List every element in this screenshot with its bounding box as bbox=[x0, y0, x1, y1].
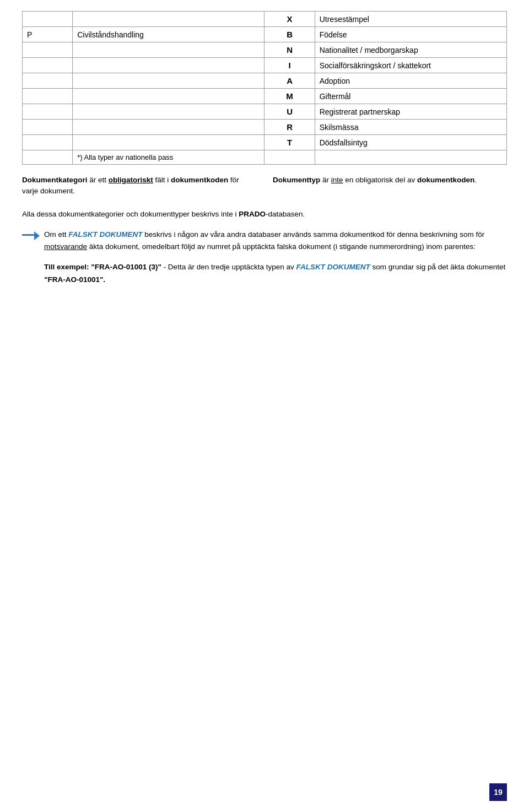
empty-cell bbox=[73, 73, 264, 89]
p-label-cell: Civilståndshandling bbox=[73, 27, 264, 42]
u-label-cell: Registrerat partnerskap bbox=[315, 104, 506, 120]
a-code-cell: A bbox=[264, 73, 315, 89]
empty-cell bbox=[23, 89, 73, 104]
example-block: Till exempel: "FRA-AO-01001 (3)" - Detta… bbox=[22, 261, 507, 286]
empty-cell bbox=[73, 42, 264, 58]
m-code-cell: M bbox=[264, 89, 315, 104]
empty-cell bbox=[73, 58, 264, 73]
example-rest2: som grundar sig på det äkta dokumentet bbox=[370, 263, 505, 271]
empty-cell bbox=[23, 150, 73, 165]
note-left-text2: fält i bbox=[153, 176, 171, 184]
t-label-cell: Dödsfallsintyg bbox=[315, 135, 506, 150]
note-left-text1: är ett bbox=[88, 176, 109, 184]
falskt-rest2: äkta dokument, omedelbart följd av numre… bbox=[87, 242, 476, 251]
empty-cell bbox=[23, 12, 73, 27]
empty-cell bbox=[73, 12, 264, 27]
empty-cell bbox=[73, 89, 264, 104]
dokumenttyp-bold: Dokumenttyp bbox=[273, 176, 320, 184]
table-row: M Giftermål bbox=[23, 89, 507, 104]
n-label-cell: Nationalitet / medborgarskap bbox=[315, 42, 506, 58]
motsvarande-text: motsvarande bbox=[44, 242, 87, 251]
dokumentkoden2-bold: dokumentkoden bbox=[417, 176, 474, 184]
note-right-text2: en obligatorisk del av bbox=[343, 176, 417, 184]
table-row: T Dödsfallsintyg bbox=[23, 135, 507, 150]
i-label-cell: Socialförsäkringskort / skattekort bbox=[315, 58, 506, 73]
page-container: X Utresestämpel P Civilståndshandling B … bbox=[0, 0, 529, 812]
prado-bold: PRADO bbox=[239, 210, 266, 218]
n-code-cell: N bbox=[264, 42, 315, 58]
dokumentkoden-bold: dokumentkoden bbox=[171, 176, 228, 184]
example-bold1: Till exempel: "FRA-AO-01001 (3)" bbox=[44, 263, 161, 271]
empty-cell bbox=[23, 73, 73, 89]
inte-text: inte bbox=[331, 176, 343, 184]
star-note-row: *) Alla typer av nationella pass bbox=[23, 150, 507, 165]
empty-cell bbox=[73, 104, 264, 120]
prado-text1: Alla dessa dokumentkategorier och dokume… bbox=[22, 210, 239, 218]
note-right-text1: är bbox=[320, 176, 331, 184]
table-row: P Civilståndshandling B Födelse bbox=[23, 27, 507, 42]
m-label-cell: Giftermål bbox=[315, 89, 506, 104]
empty-cell bbox=[23, 104, 73, 120]
falskt-dokument-bold: FALSKT DOKUMENT bbox=[68, 230, 142, 239]
om-ett-text: Om ett bbox=[44, 230, 67, 239]
table-row: I Socialförsäkringskort / skattekort bbox=[23, 58, 507, 73]
table-row: X Utresestämpel bbox=[23, 12, 507, 27]
table-row: N Nationalitet / medborgarskap bbox=[23, 42, 507, 58]
main-document-table: X Utresestämpel P Civilståndshandling B … bbox=[22, 11, 507, 165]
dokumentkategori-bold: Dokumentkategori bbox=[22, 176, 88, 184]
r-code-cell: R bbox=[264, 120, 315, 135]
example-bold2: "FRA-AO-01001". bbox=[44, 275, 105, 284]
table-row: R Skilsmässa bbox=[23, 120, 507, 135]
prado-section: Alla dessa dokumentkategorier och dokume… bbox=[22, 208, 507, 220]
empty-cell bbox=[315, 150, 506, 165]
prado-text2: -databasen. bbox=[266, 210, 305, 218]
note-right-text3: . bbox=[474, 176, 477, 184]
empty-cell bbox=[73, 135, 264, 150]
falskt-rest: beskrivs i någon av våra andra databaser… bbox=[144, 230, 484, 239]
note-left: Dokumentkategori är ett obligatoriskt fä… bbox=[22, 175, 256, 197]
empty-cell bbox=[23, 120, 73, 135]
table-row: U Registrerat partnerskap bbox=[23, 104, 507, 120]
empty-cell bbox=[23, 58, 73, 73]
falskt-text: Om ett FALSKT DOKUMENT beskrivs i någon … bbox=[44, 229, 507, 252]
t-code-cell: T bbox=[264, 135, 315, 150]
empty-cell bbox=[23, 135, 73, 150]
r-label-cell: Skilsmässa bbox=[315, 120, 506, 135]
note-row: Dokumentkategori är ett obligatoriskt fä… bbox=[22, 175, 507, 197]
arrow-icon bbox=[22, 230, 40, 241]
empty-cell bbox=[73, 120, 264, 135]
x-code-cell: X bbox=[264, 12, 315, 27]
a-label-cell: Adoption bbox=[315, 73, 506, 89]
b-code-cell: B bbox=[264, 27, 315, 42]
u-code-cell: U bbox=[264, 104, 315, 120]
notes-section: Dokumentkategori är ett obligatoriskt fä… bbox=[22, 175, 507, 197]
star-note-cell: *) Alla typer av nationella pass bbox=[73, 150, 264, 165]
example-rest1: - Detta är den tredje upptäckta typen av bbox=[161, 263, 296, 271]
note-right: Dokumenttyp är inte en obligatorisk del … bbox=[273, 175, 507, 197]
page-number: 19 bbox=[489, 783, 507, 801]
i-code-cell: I bbox=[264, 58, 315, 73]
utresestampel-cell: Utresestämpel bbox=[315, 12, 506, 27]
p-code-cell: P bbox=[23, 27, 73, 42]
falskt-dokument-section: Om ett FALSKT DOKUMENT beskrivs i någon … bbox=[22, 229, 507, 252]
example-falskt-bold: FALSKT DOKUMENT bbox=[296, 263, 370, 271]
obligatoriskt-text: obligatoriskt bbox=[109, 176, 153, 184]
empty-cell bbox=[264, 150, 315, 165]
empty-cell bbox=[23, 42, 73, 58]
table-row: A Adoption bbox=[23, 73, 507, 89]
b-label-cell: Födelse bbox=[315, 27, 506, 42]
